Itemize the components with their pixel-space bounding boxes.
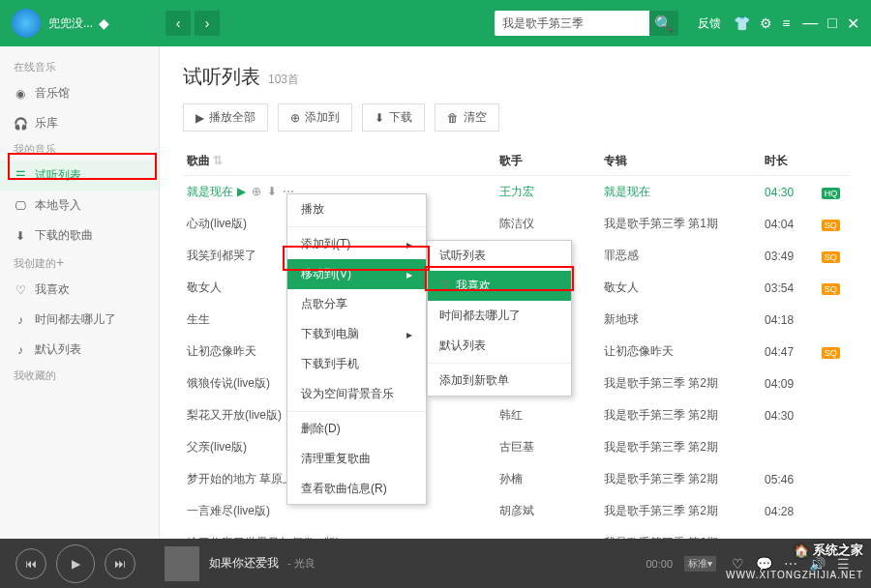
clear-button[interactable]: 🗑清空 xyxy=(435,103,499,132)
ctx-share[interactable]: 点歌分享 xyxy=(287,289,426,319)
ctx-download-phone[interactable]: 下载到手机 xyxy=(287,349,426,379)
sidebar-item-music-hall[interactable]: ◉音乐馆 xyxy=(0,78,159,108)
song-album[interactable]: 新地球 xyxy=(604,311,765,328)
table-row[interactable]: 输了你赢了世界又如何(live版)A-Lin我是歌手第三季 第2期03:52 xyxy=(183,527,850,539)
quality-badge: SQ xyxy=(822,220,840,231)
song-album[interactable]: 我是歌手第三季 第2期 xyxy=(604,375,765,392)
sub-new[interactable]: 添加到新歌单 xyxy=(428,366,571,396)
sidebar-section-collected: 我收藏的 xyxy=(0,365,159,387)
download-icon: ⬇ xyxy=(14,229,27,243)
quality-badge: SQ xyxy=(822,251,840,263)
play-icon: ▶ xyxy=(195,111,204,125)
sub-preview[interactable]: 试听列表 xyxy=(428,241,571,271)
ctx-move-to[interactable]: 移动到(V)▸ xyxy=(287,259,426,289)
col-song[interactable]: 歌曲 ⇅ xyxy=(183,153,499,169)
play-button[interactable]: ▶ xyxy=(56,544,95,583)
song-artist[interactable]: 陈洁仪 xyxy=(499,216,603,232)
app-logo xyxy=(12,9,41,38)
song-duration: 03:49 xyxy=(765,250,822,263)
minimize-button[interactable]: — xyxy=(802,15,818,33)
menu-icon[interactable]: ≡ xyxy=(782,15,790,31)
ctx-set-bg[interactable]: 设为空间背景音乐 xyxy=(287,379,426,409)
song-duration: 04:30 xyxy=(765,186,822,199)
sidebar-item-library[interactable]: 🎧乐库 xyxy=(0,108,159,138)
ctx-add-to[interactable]: 添加到(T)▸ xyxy=(287,229,426,259)
quality-badge: SQ xyxy=(822,283,840,295)
sidebar-item-favorites[interactable]: ♡我喜欢 xyxy=(0,275,159,305)
song-title: 我笑到都哭了 xyxy=(187,249,256,262)
search-button[interactable]: 🔍 xyxy=(649,11,678,36)
sub-default[interactable]: 默认列表 xyxy=(428,331,571,361)
sub-time[interactable]: 时间都去哪儿了 xyxy=(428,301,571,331)
ctx-play[interactable]: 播放 xyxy=(287,194,426,224)
sidebar-section-my-music: 我的音乐 xyxy=(0,138,159,161)
settings-icon[interactable]: ⚙ xyxy=(760,15,772,31)
watermark: 🏠系统之家 xyxy=(794,542,863,559)
add-to-button[interactable]: ⊕添加到 xyxy=(278,103,352,132)
song-album[interactable]: 我是歌手第三季 第2期 xyxy=(604,503,765,519)
clothes-icon[interactable]: 👕 xyxy=(734,15,750,31)
ctx-clean[interactable]: 清理重复歌曲 xyxy=(287,444,426,474)
prev-button[interactable]: ⏮ xyxy=(15,548,46,579)
song-album[interactable]: 罪恶感 xyxy=(604,248,765,264)
maximize-button[interactable]: □ xyxy=(827,15,837,33)
sidebar: 在线音乐 ◉音乐馆 🎧乐库 我的音乐 ☰试听列表 🖵本地导入 ⬇下载的歌曲 我创… xyxy=(0,46,160,539)
add-playlist-button[interactable]: + xyxy=(56,254,64,270)
add-icon[interactable]: ⊕ xyxy=(252,185,261,198)
song-album[interactable]: 我是歌手第三季 第1期 xyxy=(604,216,765,232)
sidebar-item-preview-list[interactable]: ☰试听列表 xyxy=(0,161,159,191)
song-album[interactable]: 我是歌手第三季 第2期 xyxy=(604,471,765,487)
song-duration: 05:46 xyxy=(765,473,822,486)
username[interactable]: 兜兜没... xyxy=(48,15,93,32)
add-icon: ⊕ xyxy=(290,111,300,125)
download-icon[interactable]: ⬇ xyxy=(267,185,277,198)
search-input[interactable] xyxy=(495,11,649,36)
sidebar-item-playlist-time[interactable]: ♪时间都去哪儿了 xyxy=(0,305,159,335)
album-art[interactable] xyxy=(165,546,199,581)
ctx-download-pc[interactable]: 下载到电脑▸ xyxy=(287,319,426,349)
song-artist[interactable]: 王力宏 xyxy=(499,184,603,200)
download-icon: ⬇ xyxy=(375,111,384,125)
play-icon[interactable]: ▶ xyxy=(237,185,246,198)
quality-badge: HQ xyxy=(822,188,841,199)
download-button[interactable]: ⬇下载 xyxy=(362,103,425,132)
sidebar-item-default-list[interactable]: ♪默认列表 xyxy=(0,335,159,365)
close-button[interactable]: ✕ xyxy=(847,15,859,33)
nav-back-button[interactable]: ‹ xyxy=(165,11,191,36)
table-row[interactable]: 就是现在▶⊕⬇⋯王力宏就是现在04:30HQ xyxy=(183,176,850,208)
song-artist[interactable]: 古巨基 xyxy=(499,439,603,456)
next-button[interactable]: ⏭ xyxy=(105,548,135,579)
song-album[interactable]: 就是现在 xyxy=(604,184,765,200)
table-row[interactable]: 心动(live版)陈洁仪我是歌手第三季 第1期04:04SQ xyxy=(183,208,850,240)
col-artist[interactable]: 歌手 xyxy=(499,153,603,169)
feedback-link[interactable]: 反馈 xyxy=(698,15,721,32)
song-artist[interactable]: 孙楠 xyxy=(499,471,603,487)
table-row[interactable]: 梨花又开放(live版)韩红我是歌手第三季 第2期04:30 xyxy=(183,399,850,431)
song-duration: 04:30 xyxy=(765,409,822,423)
table-row[interactable]: 梦开始的地方 草原上升起不落的太阳(live版)孙楠我是歌手第三季 第2期05:… xyxy=(183,463,850,495)
track-artist[interactable]: - 光良 xyxy=(285,557,315,569)
song-title: 心动(live版) xyxy=(187,217,247,230)
song-title: 让初恋像昨天 xyxy=(187,344,256,358)
play-all-button[interactable]: ▶播放全部 xyxy=(183,103,268,132)
ctx-delete[interactable]: 删除(D) xyxy=(287,414,426,444)
table-row[interactable]: 一言难尽(live版)胡彦斌我是歌手第三季 第2期04:28 xyxy=(183,495,850,527)
song-artist[interactable]: 胡彦斌 xyxy=(499,503,603,519)
sidebar-item-downloads[interactable]: ⬇下载的歌曲 xyxy=(0,220,159,250)
song-album[interactable]: 让初恋像昨天 xyxy=(604,343,765,360)
quality-badge[interactable]: 标准▾ xyxy=(684,556,716,572)
wifi-icon: ◆ xyxy=(99,15,109,31)
song-album[interactable]: 敬女人 xyxy=(604,279,765,296)
sub-favorites[interactable]: ♡我喜欢 xyxy=(428,271,571,301)
col-album[interactable]: 专辑 xyxy=(604,153,765,169)
table-row[interactable]: 父亲(live版)古巨基我是歌手第三季 第2期 xyxy=(183,431,850,463)
track-name[interactable]: 如果你还爱我 xyxy=(209,556,279,570)
context-submenu: 试听列表 ♡我喜欢 时间都去哪儿了 默认列表 添加到新歌单 xyxy=(427,240,572,397)
col-duration[interactable]: 时长 xyxy=(765,153,822,169)
nav-forward-button[interactable]: › xyxy=(195,11,220,36)
song-artist[interactable]: 韩红 xyxy=(499,407,603,424)
ctx-info[interactable]: 查看歌曲信息(R) xyxy=(287,474,426,504)
sidebar-item-local-import[interactable]: 🖵本地导入 xyxy=(0,191,159,220)
song-album[interactable]: 我是歌手第三季 第2期 xyxy=(604,439,765,456)
song-album[interactable]: 我是歌手第三季 第2期 xyxy=(604,407,765,424)
